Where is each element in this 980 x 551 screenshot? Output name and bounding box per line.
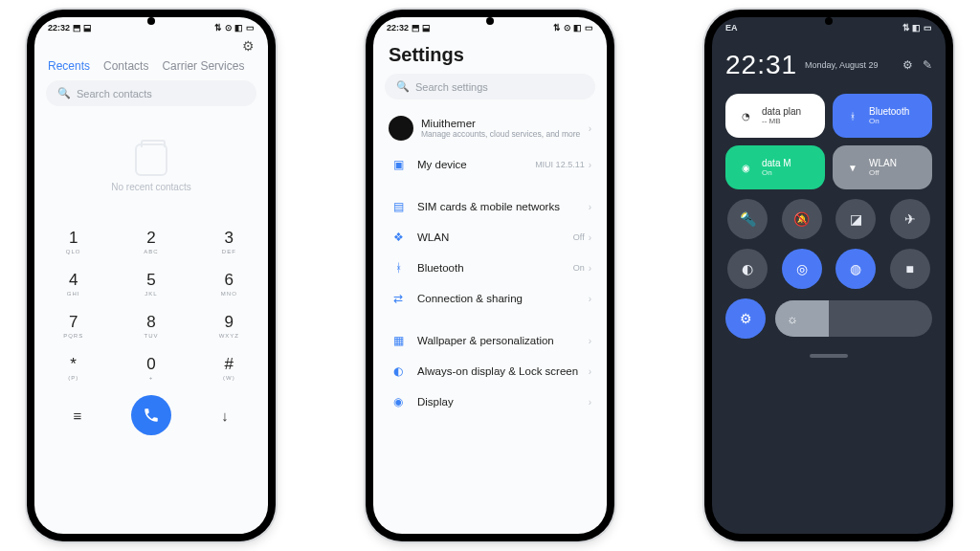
toggle-button[interactable]: 🔕: [782, 199, 822, 239]
control-center: 22:31 Monday, August 29 ⚙ ✎ ◔data plan--…: [712, 34, 946, 365]
toggle-button[interactable]: ◐: [727, 249, 768, 289]
tile-data-m[interactable]: ◉data MOn: [725, 145, 825, 189]
key-2[interactable]: 2ABC: [112, 221, 189, 263]
key-digit: 5: [112, 271, 189, 290]
key-digit: 1: [34, 229, 112, 248]
settings-icon[interactable]: ⚙: [902, 58, 913, 72]
settings-row[interactable]: ⇄Connection & sharing ›: [385, 283, 595, 314]
key-letters: (P): [34, 375, 112, 381]
settings-row[interactable]: ᚼBluetoothOn ›: [385, 253, 595, 283]
key-9[interactable]: 9WXYZ: [190, 305, 268, 347]
empty-state: No recent contacts: [34, 114, 268, 221]
search-icon: 🔍: [396, 80, 410, 93]
dialer-top-bar: ⚙: [34, 34, 268, 55]
tile-wlan[interactable]: ▼WLANOff: [833, 145, 932, 189]
toggle-button[interactable]: ✈: [890, 199, 930, 239]
settings-row[interactable]: ▣My deviceMIUI 12.5.11 ›: [385, 149, 595, 180]
tile-icon: ◔: [737, 107, 754, 124]
row-label: Display: [417, 396, 589, 408]
settings-row[interactable]: ◐Always-on display & Lock screen ›: [385, 356, 595, 386]
search-contacts[interactable]: 🔍 Search contacts: [46, 80, 256, 106]
key-letters: GHI: [34, 291, 112, 297]
toggle-button[interactable]: ◪: [835, 199, 876, 239]
row-icon: ❖: [389, 231, 408, 244]
key-*[interactable]: *(P): [34, 347, 112, 389]
extra-toggle[interactable]: ⚙: [725, 298, 766, 339]
phone-dialer: 22:32 ⬒ ⬓ ⇅ ⊙ ◧ ▭ ⚙ Recents Contacts Car…: [27, 10, 276, 541]
row-trail: MIUI 12.5.11 ›: [535, 160, 591, 170]
tab-carrier[interactable]: Carrier Services: [162, 59, 244, 73]
account-row[interactable]: Miuithemer Manage accounts, cloud servic…: [385, 107, 595, 149]
edit-icon[interactable]: ✎: [923, 58, 932, 72]
tile-label: data plan: [762, 106, 801, 117]
row-trail: ›: [589, 294, 591, 304]
key-8[interactable]: 8TUV: [112, 305, 189, 347]
menu-button[interactable]: ≡: [64, 402, 91, 429]
collapse-button[interactable]: ↓: [212, 402, 238, 429]
tab-recents[interactable]: Recents: [48, 59, 90, 73]
tile-bluetooth[interactable]: ᚼBluetoothOn: [833, 94, 932, 138]
chevron-right-icon: ›: [589, 232, 591, 243]
toggle-icon: ◪: [850, 211, 862, 227]
settings-row[interactable]: ◉Display ›: [385, 386, 595, 417]
toggle-icon: ■: [906, 261, 914, 276]
key-letters: (W): [190, 375, 268, 381]
tile-sub: On: [762, 168, 791, 177]
search-placeholder: Search contacts: [77, 88, 152, 99]
avatar: [389, 116, 413, 141]
key-5[interactable]: 5JKL: [112, 263, 189, 305]
key-#[interactable]: #(W): [190, 347, 268, 389]
row-icon: ▦: [389, 334, 408, 347]
key-3[interactable]: 3DEF: [190, 221, 268, 263]
row-icon: ▤: [389, 200, 408, 213]
settings-row[interactable]: ▦Wallpaper & personalization ›: [385, 325, 595, 356]
key-digit: #: [190, 355, 268, 374]
key-0[interactable]: 0+: [112, 347, 189, 389]
screen: 22:32 ⬒ ⬓ ⇅ ⊙ ◧ ▭ ⚙ Recents Contacts Car…: [34, 17, 268, 534]
cc-bottom: ⚙ ☼: [725, 298, 932, 339]
status-right-icons: ⇅ ⊙ ◧ ▭: [553, 23, 593, 33]
status-left-icons: ⬒ ⬓: [73, 23, 93, 33]
status-right-icons: ⇅ ◧ ▭: [902, 23, 932, 33]
key-4[interactable]: 4GHI: [34, 263, 112, 305]
key-letters: MNO: [190, 291, 268, 297]
drag-handle[interactable]: [810, 354, 848, 358]
tab-contacts[interactable]: Contacts: [103, 59, 148, 73]
key-letters: DEF: [190, 249, 268, 254]
settings-row[interactable]: ▤SIM cards & mobile networks ›: [385, 191, 595, 222]
toggle-button[interactable]: ◎: [782, 249, 822, 289]
tile-data-plan[interactable]: ◔data plan-- MB: [725, 94, 825, 138]
row-label: Bluetooth: [417, 262, 573, 274]
key-letters: TUV: [112, 333, 189, 339]
call-button[interactable]: [131, 395, 171, 435]
tile-label: WLAN: [869, 158, 897, 168]
row-trail: On ›: [573, 263, 591, 274]
camera-notch: [147, 17, 155, 25]
brightness-slider[interactable]: ☼: [775, 300, 932, 337]
key-1[interactable]: 1QLO: [34, 221, 112, 263]
search-settings[interactable]: 🔍 Search settings: [385, 74, 595, 99]
status-left: EA: [725, 23, 738, 33]
row-trail: ›: [589, 397, 591, 408]
screen: 22:32 ⬒ ⬓ ⇅ ⊙ ◧ ▭ Settings 🔍 Search sett…: [373, 17, 607, 534]
key-letters: +: [112, 375, 189, 381]
row-label: Wallpaper & personalization: [417, 335, 589, 346]
tile-sub: Off: [869, 168, 897, 177]
settings-gear-icon[interactable]: ⚙: [242, 38, 255, 54]
settings-list: Miuithemer Manage accounts, cloud servic…: [373, 107, 607, 417]
cc-time: 22:31: [725, 50, 797, 80]
status-time: 22:32: [48, 23, 70, 33]
status-time: 22:32: [387, 23, 409, 33]
toggle-button[interactable]: ◍: [835, 249, 876, 289]
key-7[interactable]: 7PQRS: [34, 305, 112, 347]
row-icon: ◐: [389, 364, 408, 378]
toggle-button[interactable]: 🔦: [727, 199, 768, 239]
camera-notch: [825, 17, 833, 25]
screen: EA ⇅ ◧ ▭ 22:31 Monday, August 29 ⚙ ✎ ◔da…: [712, 17, 946, 534]
toggle-button[interactable]: ■: [890, 249, 930, 289]
brightness-icon: ☼: [787, 312, 798, 326]
key-6[interactable]: 6MNO: [190, 263, 268, 305]
settings-row[interactable]: ❖WLANOff ›: [385, 222, 595, 253]
cc-tiles: ◔data plan-- MBᚼBluetoothOn◉data MOn▼WLA…: [725, 94, 932, 189]
row-label: SIM cards & mobile networks: [417, 201, 589, 212]
